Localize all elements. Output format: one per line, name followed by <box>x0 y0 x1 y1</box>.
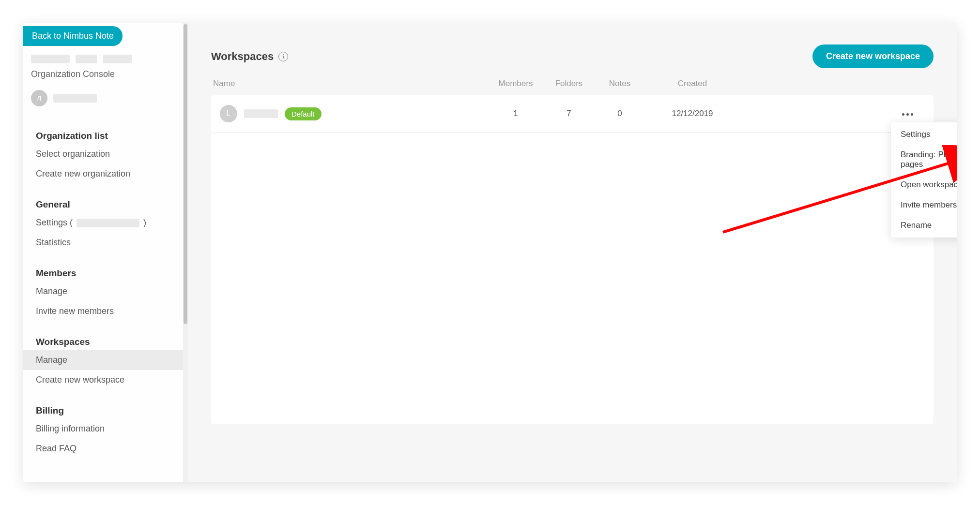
col-header-created: Created <box>644 79 741 89</box>
dropdown-item-settings[interactable]: Settings <box>891 124 957 145</box>
sidebar-item-create-workspace[interactable]: Create new workspace <box>23 370 183 390</box>
section-header-general: General <box>23 193 183 213</box>
row-actions-dropdown: Settings Branding: Public pages Open wor… <box>891 122 957 238</box>
sidebar-item-invite-members[interactable]: Invite new members <box>23 301 183 321</box>
redacted-workspace-name <box>244 109 278 118</box>
page-title: Workspaces <box>211 50 274 63</box>
section-organization: Organization list Select organization Cr… <box>23 124 183 184</box>
info-icon[interactable]: i <box>278 52 288 61</box>
redacted-org-name-3 <box>103 55 132 63</box>
more-options-icon[interactable] <box>898 109 917 119</box>
section-workspaces: Workspaces Manage Create new workspace <box>23 330 183 390</box>
create-workspace-button[interactable]: Create new workspace <box>812 45 934 68</box>
dropdown-item-open-workspace[interactable]: Open workspace <box>891 175 957 195</box>
user-avatar: л <box>31 90 47 106</box>
section-header-members: Members <box>23 261 183 282</box>
cell-members: 1 <box>489 109 542 119</box>
sidebar-item-statistics[interactable]: Statistics <box>23 233 183 252</box>
redacted-user-name <box>53 94 97 103</box>
cell-actions <box>741 108 932 119</box>
sidebar-item-billing-info[interactable]: Billing information <box>23 419 183 439</box>
sidebar-scrollbar-track[interactable] <box>183 23 188 482</box>
col-header-name: Name <box>213 79 489 89</box>
dropdown-item-rename[interactable]: Rename <box>891 215 957 236</box>
redacted-org-name-1 <box>31 55 70 63</box>
table-body: L Default 1 7 0 12/12/2019 <box>211 95 934 424</box>
sidebar-wrap: Back to Nimbus Note Organization Console… <box>23 23 188 482</box>
sidebar-scrollbar-thumb[interactable] <box>184 24 187 324</box>
default-badge: Default <box>285 107 322 120</box>
cell-notes: 0 <box>596 109 644 119</box>
table-header: Name Members Folders Notes Created <box>211 79 934 95</box>
col-header-folders: Folders <box>542 79 596 89</box>
sidebar-item-select-organization[interactable]: Select organization <box>23 144 183 164</box>
col-header-notes: Notes <box>596 79 644 89</box>
page-header: Workspaces i Create new workspace <box>211 45 934 68</box>
section-billing: Billing Billing information Read FAQ <box>23 399 183 459</box>
cell-folders: 7 <box>542 109 596 119</box>
sidebar-item-members-manage[interactable]: Manage <box>23 282 183 301</box>
section-header-organization: Organization list <box>23 124 183 144</box>
sidebar-item-create-organization[interactable]: Create new organization <box>23 164 183 184</box>
col-header-members: Members <box>489 79 542 89</box>
workspaces-table: Name Members Folders Notes Created L Def… <box>211 79 934 424</box>
sidebar-item-settings[interactable]: Settings ( ) <box>23 213 183 233</box>
redacted-org-name-2 <box>76 55 97 63</box>
organization-console-label: Organization Console <box>23 67 183 86</box>
app-window: Back to Nimbus Note Organization Console… <box>23 23 957 482</box>
main-content: Workspaces i Create new workspace Name M… <box>188 23 957 482</box>
section-header-workspaces: Workspaces <box>23 330 183 350</box>
sidebar-item-workspaces-manage[interactable]: Manage <box>23 350 183 370</box>
section-members: Members Manage Invite new members <box>23 261 183 321</box>
settings-prefix: Settings ( <box>36 218 73 228</box>
section-general: General Settings ( ) Statistics <box>23 193 183 252</box>
org-name-block <box>23 46 183 67</box>
workspace-avatar: L <box>220 105 237 122</box>
dropdown-item-invite-members[interactable]: Invite members <box>891 195 957 215</box>
redacted-settings-name <box>77 219 139 227</box>
table-row[interactable]: L Default 1 7 0 12/12/2019 <box>211 95 934 133</box>
section-header-billing: Billing <box>23 399 183 419</box>
settings-suffix: ) <box>143 218 146 228</box>
back-to-nimbus-button[interactable]: Back to Nimbus Note <box>23 26 122 46</box>
sidebar-item-read-faq[interactable]: Read FAQ <box>23 439 183 459</box>
workspace-name-cell: L Default <box>213 105 489 122</box>
page-title-wrap: Workspaces i <box>211 50 288 63</box>
cell-created: 12/12/2019 <box>644 109 741 119</box>
user-row[interactable]: л <box>23 86 183 115</box>
dropdown-item-branding[interactable]: Branding: Public pages <box>891 145 957 175</box>
sidebar: Back to Nimbus Note Organization Console… <box>23 23 183 482</box>
